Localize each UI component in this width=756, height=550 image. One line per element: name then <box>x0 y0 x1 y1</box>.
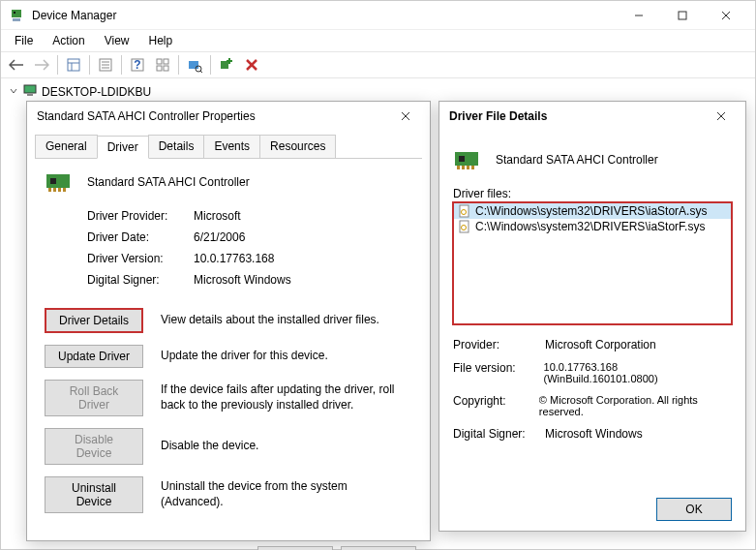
driver-details-desc: View details about the installed driver … <box>161 313 412 328</box>
grid-view-button[interactable] <box>151 53 174 76</box>
tab-details[interactable]: Details <box>148 135 205 158</box>
file-details-dialog: Driver File Details Standard SATA AHCI C… <box>438 101 746 532</box>
help-button[interactable]: ? <box>126 53 149 76</box>
svg-rect-43 <box>462 166 465 169</box>
svg-rect-7 <box>68 59 79 71</box>
back-button[interactable] <box>5 53 28 76</box>
driver-file-path: C:\Windows\system32\DRIVERS\iaStorA.sys <box>475 204 707 218</box>
driver-files-list[interactable]: C:\Windows\system32\DRIVERS\iaStorA.sys … <box>453 202 732 324</box>
svg-rect-23 <box>221 61 228 69</box>
file-version-value: 10.0.17763.168 (WinBuild.160101.0800) <box>544 361 732 384</box>
file-details-title: Driver File Details <box>449 109 707 123</box>
minimize-button[interactable] <box>617 2 660 29</box>
menu-file[interactable]: File <box>5 32 43 49</box>
date-value: 6/21/2006 <box>194 230 245 244</box>
remove-hardware-button[interactable] <box>240 53 263 76</box>
add-hardware-button[interactable] <box>215 53 238 76</box>
computer-icon <box>22 82 38 101</box>
menu-view[interactable]: View <box>95 32 139 49</box>
file-provider-label: Provider: <box>453 338 545 351</box>
version-value: 10.0.17763.168 <box>194 252 274 265</box>
provider-label: Driver Provider: <box>87 209 194 223</box>
forward-button[interactable] <box>30 53 53 76</box>
svg-rect-41 <box>459 156 465 162</box>
properties-close-button[interactable] <box>391 102 420 131</box>
file-details-titlebar: Driver File Details <box>439 102 745 131</box>
svg-rect-17 <box>164 59 168 64</box>
svg-rect-20 <box>189 61 198 69</box>
svg-line-22 <box>200 71 202 73</box>
svg-rect-18 <box>157 66 162 71</box>
tab-resources[interactable]: Resources <box>259 135 336 158</box>
svg-rect-40 <box>455 152 478 166</box>
svg-rect-37 <box>63 188 66 192</box>
uninstall-device-desc: Uninstall the device from the system (Ad… <box>161 479 412 509</box>
driver-details-button[interactable]: Driver Details <box>45 308 143 333</box>
sys-file-icon <box>458 204 471 218</box>
svg-rect-34 <box>48 188 51 192</box>
svg-rect-35 <box>53 188 56 192</box>
driver-file-item[interactable]: C:\Windows\system32\DRIVERS\iaStorF.sys <box>454 219 731 234</box>
file-version-label: File version: <box>453 361 544 384</box>
signer-label: Digital Signer: <box>87 273 194 287</box>
device-manager-window: Device Manager File Action View Help ? <box>0 0 756 550</box>
show-hide-tree-button[interactable] <box>62 53 85 76</box>
properties-dialog: Standard SATA AHCI Controller Properties… <box>26 101 431 541</box>
tree-root-row[interactable]: DESKTOP-LDIDKBU <box>9 82 747 101</box>
menubar: File Action View Help <box>1 30 755 51</box>
app-icon <box>9 8 24 23</box>
pci-card-icon <box>453 148 484 171</box>
properties-tabs: General Driver Details Events Resources <box>35 135 422 159</box>
svg-text:?: ? <box>134 58 140 72</box>
menu-help[interactable]: Help <box>139 32 183 49</box>
tab-events[interactable]: Events <box>203 135 260 158</box>
svg-rect-42 <box>457 166 460 169</box>
properties-button[interactable] <box>94 53 117 76</box>
file-copyright-value: © Microsoft Corporation. All rights rese… <box>539 394 732 417</box>
svg-rect-45 <box>471 166 474 169</box>
properties-titlebar: Standard SATA AHCI Controller Properties <box>27 102 430 131</box>
close-button[interactable] <box>704 2 747 29</box>
svg-rect-19 <box>164 66 168 71</box>
file-provider-value: Microsoft Corporation <box>545 338 656 351</box>
tab-general[interactable]: General <box>35 135 98 158</box>
driver-file-item[interactable]: C:\Windows\system32\DRIVERS\iaStorA.sys <box>454 203 731 219</box>
update-driver-button[interactable]: Update Driver <box>45 345 143 368</box>
svg-rect-1 <box>13 18 20 21</box>
version-label: Driver Version: <box>87 252 194 265</box>
file-details-device-name: Standard SATA AHCI Controller <box>496 153 658 167</box>
file-signer-value: Microsoft Windows <box>545 427 643 441</box>
toolbar: ? <box>1 51 755 78</box>
device-name: Standard SATA AHCI Controller <box>87 175 250 189</box>
provider-value: Microsoft <box>194 209 241 223</box>
properties-ok-button[interactable]: OK <box>257 546 333 550</box>
disable-device-desc: Disable the device. <box>161 439 412 454</box>
disable-device-button: Disable Device <box>45 428 143 465</box>
file-signer-label: Digital Signer: <box>453 427 545 441</box>
svg-rect-28 <box>24 85 36 93</box>
svg-rect-32 <box>46 174 70 188</box>
file-details-ok-button[interactable]: OK <box>656 498 732 521</box>
menu-action[interactable]: Action <box>43 32 94 49</box>
properties-cancel-button[interactable]: Cancel <box>341 546 416 550</box>
signer-value: Microsoft Windows <box>194 273 291 287</box>
properties-title: Standard SATA AHCI Controller Properties <box>37 109 391 123</box>
update-driver-desc: Update the driver for this device. <box>161 349 412 364</box>
maximize-button[interactable] <box>660 2 704 29</box>
date-label: Driver Date: <box>87 230 194 244</box>
file-details-close-button[interactable] <box>707 102 736 131</box>
pci-card-icon <box>45 170 76 194</box>
tab-driver[interactable]: Driver <box>97 136 149 159</box>
uninstall-device-button[interactable]: Uninstall Device <box>45 476 143 513</box>
chevron-down-icon <box>9 85 18 99</box>
svg-rect-16 <box>157 59 162 64</box>
driver-files-label: Driver files: <box>453 187 732 200</box>
driver-file-path: C:\Windows\system32\DRIVERS\iaStorF.sys <box>475 220 705 233</box>
svg-rect-33 <box>50 178 56 184</box>
svg-rect-0 <box>12 10 21 17</box>
rollback-driver-button: Roll Back Driver <box>45 380 143 416</box>
tree-root-label: DESKTOP-LDIDKBU <box>42 85 151 99</box>
svg-rect-36 <box>58 188 61 192</box>
svg-rect-44 <box>467 166 469 169</box>
scan-hardware-button[interactable] <box>183 53 206 76</box>
